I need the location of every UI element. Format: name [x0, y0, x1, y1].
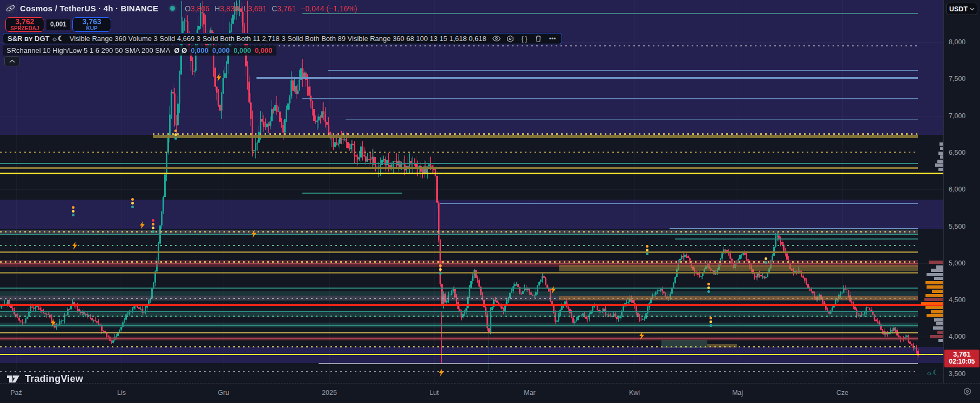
currency-toggle-button[interactable]: USDT — [947, 3, 977, 15]
price-axis[interactable]: USDT 8,0007,5007,0006,5006,0005,5005,000… — [943, 0, 980, 383]
price-tick-label: 6,500 — [949, 149, 965, 156]
time-axis-label: Gru — [218, 389, 229, 397]
cosmos-logo-icon — [5, 3, 16, 13]
time-axis-label: Paź — [10, 389, 22, 397]
price-tick-label: 4,500 — [949, 296, 965, 304]
time-axis-label: Lut — [429, 389, 438, 397]
change-readout: −0,044 (−1,16%) — [301, 4, 357, 13]
indicator-params: Visible Range 360 Volume 3 Solid 4,669 3… — [70, 35, 486, 43]
symbol-title[interactable]: Cosmos / TetherUS · 4h · BINANCE — [20, 4, 158, 13]
sell-button[interactable]: 3,762 SPRZEDAJ — [5, 17, 44, 32]
indicator-legend-sr-dgt[interactable]: S&R ʙʏ DGT ☼☾ Visible Range 360 Volume 3… — [3, 33, 562, 44]
time-axis-label: Maj — [732, 389, 743, 397]
ohlc-readout: O3,806 H3,836 L3,691 C3,761 −0,044 (−1,1… — [185, 4, 357, 13]
indicator-value: 0,000 — [233, 46, 251, 54]
interval-label[interactable]: 4h — [104, 4, 113, 13]
settings-icon[interactable] — [506, 35, 515, 43]
chart-plot-area[interactable] — [0, 0, 943, 383]
indicator-title[interactable]: S&R ʙʏ DGT ☼☾ — [8, 35, 64, 43]
more-options-icon[interactable]: ••• — [548, 35, 557, 43]
indicator-title[interactable]: SRchannel 10 High/Low 5 1 6 290 50 SMA 2… — [6, 46, 171, 54]
time-axis-label: 2025 — [322, 389, 337, 397]
indicator-phi-values: Ø Ø — [174, 46, 187, 54]
delete-icon[interactable] — [534, 35, 543, 43]
exchange-label: BINANCE — [120, 4, 158, 13]
price-tick-label: 6,000 — [949, 186, 965, 193]
axis-settings-gear-icon[interactable] — [963, 387, 971, 398]
indicator-value: 0,000 — [255, 46, 273, 54]
price-tick-label: 5,000 — [949, 259, 965, 267]
price-tick-label: 8,000 — [949, 38, 965, 46]
price-tick-label: 4,000 — [949, 333, 965, 340]
market-status-dot[interactable] — [170, 6, 175, 11]
price-tick-label: 7,000 — [949, 112, 965, 120]
indicator-legend-srchannel[interactable]: SRchannel 10 High/Low 5 1 6 290 50 SMA 2… — [3, 45, 276, 56]
spread-value: 0,001 — [46, 19, 70, 30]
price-tick-label: 5,500 — [949, 223, 965, 230]
time-axis-label: Cze — [836, 389, 848, 397]
time-axis-label: Kwi — [629, 389, 640, 397]
eye-icon[interactable] — [492, 35, 501, 43]
bar-countdown: 02:10:05 — [944, 358, 979, 365]
price-tick-label: 7,500 — [949, 75, 965, 83]
last-price-value: 3,761 — [944, 351, 979, 358]
chevron-up-icon — [9, 59, 15, 63]
tradingview-chart-window: TradingView Cosmos / TetherUS · 4h · BIN… — [0, 0, 980, 403]
time-axis[interactable]: PaźLisGru2025LutMarKwiMajCze — [0, 383, 980, 403]
candlestick-canvas[interactable] — [0, 0, 943, 383]
legend-collapse-button[interactable] — [4, 56, 19, 66]
indicator-value: 0,000 — [212, 46, 230, 54]
time-axis-label: Lis — [117, 389, 126, 397]
buy-button[interactable]: 3,763 KUP — [72, 17, 111, 32]
time-axis-label: Mar — [524, 389, 536, 397]
indicator-value: 0,000 — [191, 46, 208, 54]
chevron-down-icon — [970, 8, 975, 11]
last-price-badge[interactable]: 3,761 02:10:05 — [944, 350, 979, 367]
price-tick-label: 3,500 — [949, 370, 965, 378]
source-code-icon[interactable]: { } — [520, 35, 529, 43]
